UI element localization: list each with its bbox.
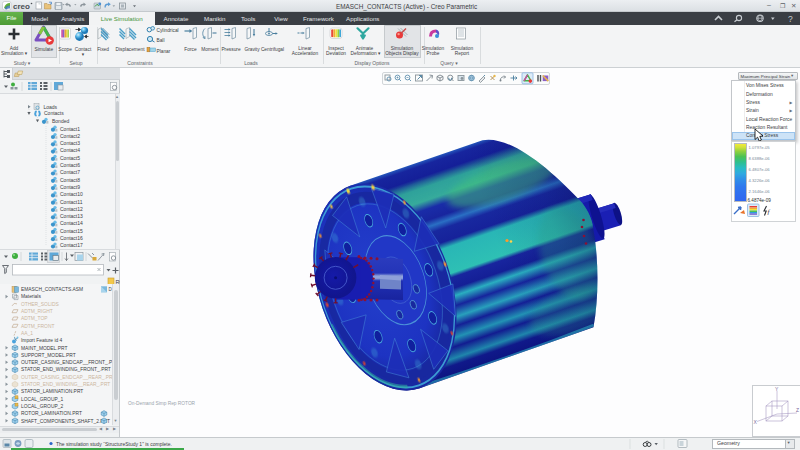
svg-text:AA_1: AA_1 xyxy=(21,331,33,336)
svg-text:X: X xyxy=(754,419,758,425)
svg-text:Loads: Loads xyxy=(44,104,58,110)
svg-text:creo: creo xyxy=(13,2,30,11)
svg-text:OUTER_CASING_ENDCAP__FRONT_.PR: OUTER_CASING_ENDCAP__FRONT_.PRT xyxy=(21,360,112,365)
svg-text:Contact16: Contact16 xyxy=(60,235,83,241)
svg-text:OUTER_CASING_ENDCAP__REAR_.PRT: OUTER_CASING_ENDCAP__REAR_.PRT xyxy=(21,375,112,380)
svg-text:f: f xyxy=(768,208,771,216)
svg-text:OTHER_SOLIDS: OTHER_SOLIDS xyxy=(21,302,60,307)
svg-text:Contact15: Contact15 xyxy=(60,228,83,234)
svg-text:SHAFT_COMPONENTS_SHAFT_2.PRT: SHAFT_COMPONENTS_SHAFT_2.PRT xyxy=(21,419,110,424)
svg-text:Contact10: Contact10 xyxy=(60,191,83,197)
svg-text:Contact7: Contact7 xyxy=(60,169,80,175)
svg-text:Z: Z xyxy=(796,407,799,413)
svg-text:Y: Y xyxy=(775,386,779,392)
svg-text:SUPPORT_MODEL.PRT: SUPPORT_MODEL.PRT xyxy=(21,353,76,358)
svg-text:Contact5: Contact5 xyxy=(60,155,80,161)
svg-text:Contacts: Contacts xyxy=(44,110,64,116)
svg-text:Contact8: Contact8 xyxy=(60,177,80,183)
svg-text:LOCAL_GROUP_2: LOCAL_GROUP_2 xyxy=(21,404,63,409)
svg-text:Contact14: Contact14 xyxy=(60,220,83,226)
svg-text:ROTOR_LAMINATION.PRT: ROTOR_LAMINATION.PRT xyxy=(21,411,82,416)
svg-text:STATOR_END_WINDING_FRONT_.PRT: STATOR_END_WINDING_FRONT_.PRT xyxy=(21,367,111,372)
svg-text:Contact17: Contact17 xyxy=(60,242,83,248)
svg-text:ADTM_RIGHT: ADTM_RIGHT xyxy=(21,309,53,314)
svg-text:Bonded: Bonded xyxy=(52,118,69,124)
svg-text:?: ? xyxy=(788,14,793,24)
svg-text:STATOR_END_WINDING__REAR_.PRT: STATOR_END_WINDING__REAR_.PRT xyxy=(21,382,110,387)
svg-text:The simulation study “Structur: The simulation study “StructureStudy 1” … xyxy=(56,440,172,446)
svg-text:ADTM_TOP: ADTM_TOP xyxy=(21,316,48,321)
svg-text:Contact6: Contact6 xyxy=(60,162,80,168)
svg-text:Contact13: Contact13 xyxy=(60,213,83,219)
svg-text:Contact12: Contact12 xyxy=(60,206,83,212)
svg-text:Materials: Materials xyxy=(21,294,41,299)
svg-text:Contact11: Contact11 xyxy=(60,199,83,205)
svg-text:MAINT_MODEL.PRT: MAINT_MODEL.PRT xyxy=(21,346,67,351)
svg-text:Import Feature id 4: Import Feature id 4 xyxy=(21,338,63,343)
svg-text:ADTM_FRONT: ADTM_FRONT xyxy=(21,324,54,329)
svg-text:Contact9: Contact9 xyxy=(60,184,80,190)
svg-text:EMASCH_CONTACTS.ASM: EMASCH_CONTACTS.ASM xyxy=(21,287,83,292)
svg-text:Contact1: Contact1 xyxy=(60,126,80,132)
svg-text:LOCAL_GROUP_1: LOCAL_GROUP_1 xyxy=(21,397,63,402)
svg-text:STATOR_LAMINATION.PRT: STATOR_LAMINATION.PRT xyxy=(21,389,83,394)
svg-text:Contact4: Contact4 xyxy=(60,147,80,153)
svg-text:Contact3: Contact3 xyxy=(60,140,80,146)
svg-text:Contact2: Contact2 xyxy=(60,133,80,139)
